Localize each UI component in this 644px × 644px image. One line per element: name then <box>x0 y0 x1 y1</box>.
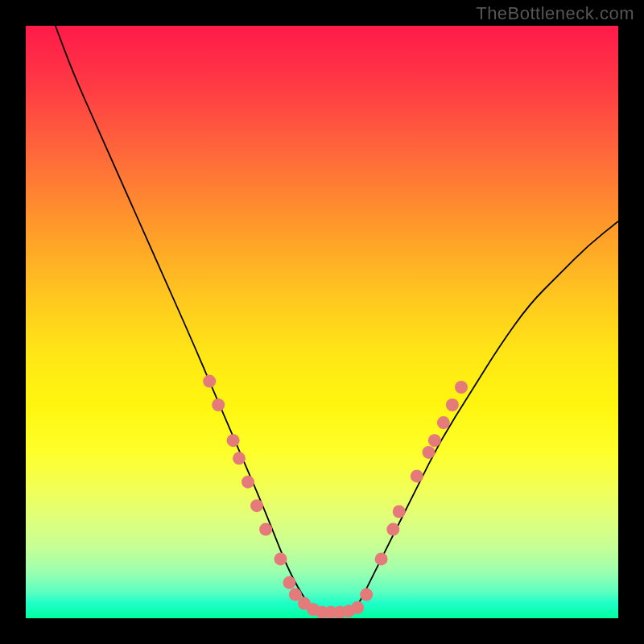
chart-svg-overlay <box>26 26 618 618</box>
marker-dot <box>411 469 423 482</box>
marker-dot <box>360 588 373 601</box>
marker-dot <box>351 601 364 614</box>
chart-container: TheBottleneck.com <box>0 0 644 644</box>
marker-dot <box>437 416 450 429</box>
marker-dot <box>386 523 399 536</box>
marker-dots-group <box>203 375 468 618</box>
plot-area <box>26 26 618 618</box>
watermark-text: TheBottleneck.com <box>476 3 634 24</box>
marker-dot <box>275 552 287 565</box>
marker-dot <box>233 452 246 464</box>
marker-dot <box>423 446 436 459</box>
marker-dot <box>283 576 296 589</box>
marker-dot <box>227 434 240 447</box>
marker-dot <box>203 375 216 388</box>
marker-dot <box>393 506 406 518</box>
marker-dot <box>446 398 459 411</box>
marker-dot <box>250 499 263 512</box>
marker-dot <box>242 476 254 489</box>
marker-dot <box>375 552 388 565</box>
marker-dot <box>259 523 272 536</box>
marker-dot <box>428 434 441 447</box>
marker-dot <box>455 381 468 394</box>
marker-dot <box>212 398 225 411</box>
bottleneck-curve <box>56 26 618 615</box>
